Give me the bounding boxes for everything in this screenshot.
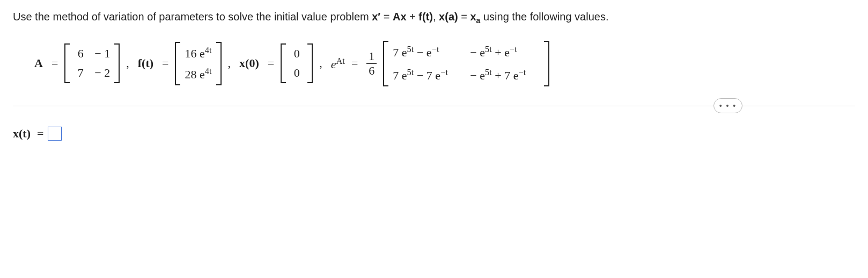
fraction-1-6: 1 6 bbox=[366, 49, 377, 78]
given-values: A = 6− 1 7− 2 , f(t) = 16 e4t 28 e4t , x… bbox=[34, 41, 855, 86]
divider-row: • • • bbox=[13, 106, 855, 106]
answer-lhs: x(t) bbox=[13, 127, 31, 141]
label-ft: f(t) bbox=[138, 56, 153, 70]
problem-text-after: using the following values. bbox=[480, 11, 608, 23]
matrix-x0: 0 0 bbox=[281, 43, 313, 83]
eq1-ax: Ax bbox=[393, 11, 407, 23]
eq2-rhs: x bbox=[470, 11, 476, 23]
eq1-ft: f(t) bbox=[418, 11, 433, 23]
problem-text-before: Use the method of variation of parameter… bbox=[13, 11, 372, 23]
eq2-lhs: x(a) bbox=[439, 11, 458, 23]
label-A: A bbox=[34, 56, 43, 70]
matrix-eAt: 7 e5t − e−t − e5t + e−t 7 e5t − 7 e−t − … bbox=[383, 41, 549, 86]
matrix-ft: 16 e4t 28 e4t bbox=[175, 42, 221, 85]
problem-statement: Use the method of variation of parameter… bbox=[13, 11, 855, 25]
more-button[interactable]: • • • bbox=[713, 98, 742, 113]
matrix-A: 6− 1 7− 2 bbox=[64, 43, 120, 83]
label-eAt: eAt bbox=[331, 56, 345, 71]
eq1-lhs: x′ bbox=[372, 11, 380, 23]
label-x0: x(0) bbox=[239, 56, 259, 70]
answer-line: x(t) = bbox=[13, 127, 855, 141]
answer-input[interactable] bbox=[48, 127, 62, 141]
